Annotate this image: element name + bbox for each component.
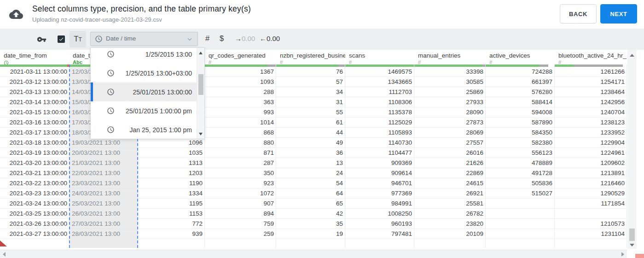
table-cell: 28090 bbox=[414, 107, 485, 117]
number-type-button[interactable]: # bbox=[205, 34, 209, 43]
table-cell: 1035 bbox=[138, 148, 204, 158]
column-header[interactable]: manual_entries# bbox=[414, 50, 486, 64]
table-cell: 42 bbox=[276, 209, 345, 219]
table-cell: 2021-03-14 13:00:00 bbox=[0, 97, 69, 107]
dropdown-scrollbar[interactable] bbox=[197, 48, 204, 139]
table-cell: 2021-03-22 13:00:00 bbox=[0, 178, 69, 188]
table-cell: 28/03/2021 13:00 bbox=[70, 229, 137, 239]
table-cell: 288 bbox=[205, 87, 276, 97]
table-column-manual_entries[interactable]: manual_entries#3339830585258692793328090… bbox=[414, 50, 486, 248]
table-cell: 2021-03-11 13:00:00 bbox=[0, 67, 69, 77]
table-cell: 1105893 bbox=[345, 128, 414, 138]
next-button[interactable]: NEXT bbox=[600, 4, 637, 23]
datetime-format-option[interactable]: 25/01/2015 13:00:00 bbox=[91, 82, 197, 101]
column-header[interactable]: active_devices# bbox=[486, 50, 555, 64]
table-cell: 1014 bbox=[205, 117, 276, 128]
scroll-right-arrow[interactable] bbox=[621, 252, 624, 257]
table-cell: 25869 bbox=[414, 87, 485, 97]
table-cell bbox=[486, 209, 554, 219]
table-column-scans[interactable]: scans#1469575134366511127031108306113537… bbox=[345, 50, 414, 248]
table-cell: 2021-03-25 13:00:00 bbox=[0, 209, 69, 219]
datetime-format-option[interactable]: 1/25/2015 13:00+03:00 bbox=[91, 64, 197, 82]
table-cell: 61 bbox=[276, 117, 345, 128]
table-cell: 28069 bbox=[414, 128, 485, 138]
table-cell: 20/03/2021 13:00 bbox=[70, 148, 137, 158]
table-cell: 880 bbox=[205, 138, 276, 148]
table-cell: 1140730 bbox=[345, 138, 414, 148]
table-cell: 1195 bbox=[138, 199, 204, 209]
clock-icon bbox=[107, 50, 115, 58]
table-cell: 27873 bbox=[414, 117, 485, 128]
column-body: 2021-03-11 13:00:002021-03-12 13:00:0020… bbox=[0, 64, 69, 248]
table-cell: 1343665 bbox=[345, 77, 414, 87]
datetime-format-option[interactable]: 1/25/2015 13:00 bbox=[91, 47, 197, 64]
column-name: nzbn_registered_busine bbox=[280, 52, 345, 59]
decimal-decrease-button[interactable]: ←0.00 bbox=[260, 35, 280, 42]
table-cell: 582380 bbox=[486, 138, 554, 148]
column-header[interactable]: scans# bbox=[345, 50, 414, 64]
back-button[interactable]: BACK bbox=[560, 4, 597, 23]
datetime-format-option[interactable]: Jan 25, 2015 1:00 pm bbox=[91, 120, 197, 139]
wizard-header: Select columns type, precision, and the … bbox=[0, 0, 644, 29]
table-cell: 25/03/2021 13:00 bbox=[70, 199, 137, 209]
table-cell: 287 bbox=[205, 158, 276, 168]
table-cell: 478889 bbox=[486, 158, 554, 168]
table-cell: 24/03/2021 13:00 bbox=[70, 188, 137, 199]
table-cell: 505836 bbox=[486, 178, 554, 188]
dropdown-scroll-up-arrow[interactable] bbox=[199, 52, 203, 54]
table-cell: 1240704 bbox=[555, 107, 627, 117]
format-option-label: 1/25/2015 13:00 bbox=[115, 51, 197, 58]
table-cell: 1469575 bbox=[345, 67, 414, 77]
format-option-label: 25/01/2015 13:00:00 bbox=[115, 88, 197, 96]
table-cell: 909369 bbox=[345, 158, 414, 168]
column-body: 3339830585258692793328090278732806927557… bbox=[414, 64, 486, 248]
column-enabled-checkbox[interactable] bbox=[58, 35, 65, 43]
text-type-button[interactable]: TT bbox=[70, 31, 86, 47]
column-header[interactable]: nzbn_registered_busine# bbox=[276, 50, 345, 64]
currency-type-button[interactable]: $ bbox=[220, 34, 224, 43]
table-cell: 1209602 bbox=[555, 158, 627, 168]
table-cell: 350 bbox=[205, 168, 276, 178]
table-cell: 2021-03-24 13:00:00 bbox=[0, 199, 69, 209]
table-cell: 2021-03-13 13:00:00 bbox=[0, 87, 69, 97]
table-cell: 871 bbox=[205, 148, 276, 158]
table-column-active_devices[interactable]: active_devices#7242886613975762805884145… bbox=[486, 50, 555, 248]
table-cell: 2021-03-19 13:00:00 bbox=[0, 148, 69, 158]
scroll-left-arrow[interactable] bbox=[3, 252, 6, 257]
scroll-up-arrow[interactable] bbox=[630, 54, 634, 57]
primary-key-icon[interactable] bbox=[37, 35, 46, 44]
column-header[interactable]: qr_codes_generated# bbox=[205, 50, 276, 64]
table-cell: 1135378 bbox=[345, 107, 414, 117]
table-cell: 1108306 bbox=[345, 97, 414, 107]
table-cell: 44 bbox=[276, 128, 345, 138]
table-cell bbox=[486, 199, 554, 209]
decimal-increase-button[interactable]: →0.00 bbox=[235, 35, 255, 42]
table-cell bbox=[555, 209, 627, 219]
table-cell: 1254171 bbox=[555, 77, 627, 87]
table-cell: 594008 bbox=[486, 107, 554, 117]
table-cell: 2021-03-26 13:00:00 bbox=[0, 219, 69, 229]
clock-icon bbox=[107, 107, 115, 115]
quality-bar-green bbox=[205, 64, 267, 67]
vertical-scrollbar[interactable] bbox=[627, 50, 637, 249]
table-cell: 491728 bbox=[486, 168, 554, 178]
horizontal-scrollbar-thumb[interactable] bbox=[635, 254, 644, 258]
table-cell: 27933 bbox=[414, 97, 485, 107]
dropdown-scroll-down-arrow[interactable] bbox=[199, 133, 203, 135]
column-name: bluetooth_active_24_hr_ bbox=[558, 52, 627, 59]
table-column-nzbn_registered_busine[interactable]: nzbn_registered_busine#76573431556144493… bbox=[276, 50, 345, 248]
datetime-format-select[interactable]: Date / time bbox=[90, 32, 198, 46]
horizontal-scrollbar[interactable] bbox=[0, 250, 627, 258]
scroll-down-arrow[interactable] bbox=[630, 244, 634, 246]
dropdown-scrollbar-thumb[interactable] bbox=[198, 74, 203, 95]
table-column-qr_codes_generated[interactable]: qr_codes_generated#136710932883639931014… bbox=[205, 50, 276, 248]
table-cell: 1313 bbox=[138, 158, 204, 168]
column-header[interactable]: date_time_from bbox=[0, 50, 69, 64]
table-column-bluetooth_active_24_hr_[interactable]: bluetooth_active_24_hr_#1261266125417112… bbox=[555, 50, 627, 248]
table-cell: 759 bbox=[205, 219, 276, 229]
column-name: date_time_from bbox=[4, 52, 69, 59]
table-column-date_time_from[interactable]: date_time_from2021-03-11 13:00:002021-03… bbox=[0, 50, 69, 248]
datetime-format-option[interactable]: 25/01/2015 1:00:00 pm bbox=[91, 101, 197, 120]
vertical-scrollbar-thumb[interactable] bbox=[629, 229, 635, 241]
column-header[interactable]: bluetooth_active_24_hr_# bbox=[555, 50, 627, 64]
